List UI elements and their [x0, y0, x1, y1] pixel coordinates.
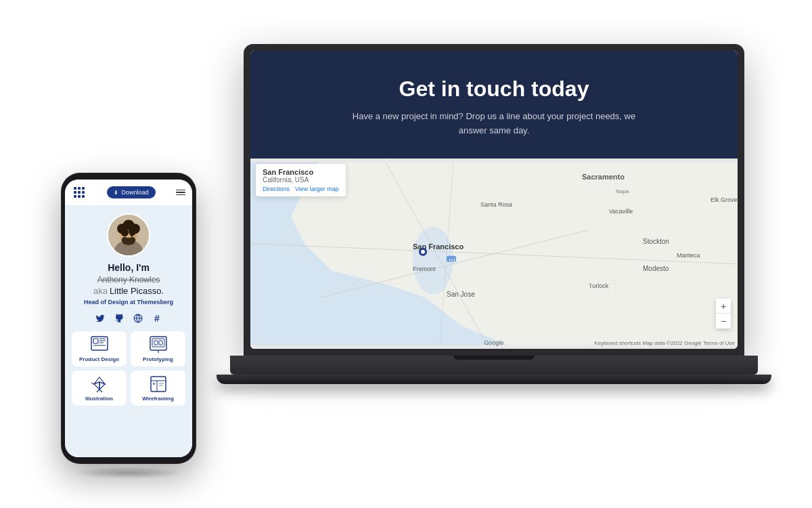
social-links: # — [94, 312, 163, 324]
map-popup: San Francisco California, USA Directions… — [256, 164, 346, 196]
name-crossed-text: Anthony Knowles — [97, 274, 160, 284]
svg-point-41 — [129, 237, 135, 243]
product-design-label: Product Design — [79, 356, 119, 362]
map-city: San Francisco — [263, 168, 339, 176]
skill-wireframing[interactable]: Wireframing — [131, 371, 185, 406]
svg-rect-46 — [93, 345, 106, 346]
avatar — [107, 213, 150, 257]
svg-text:Vacaville: Vacaville — [609, 207, 633, 214]
svg-text:Manteca: Manteca — [677, 251, 700, 258]
laptop-foot — [217, 375, 771, 384]
laptop-screen: Get in touch today Have a new project in… — [250, 51, 738, 349]
svg-rect-45 — [93, 339, 98, 343]
title-prefix: Head of Design at — [84, 299, 135, 305]
svg-text:Turlock: Turlock — [589, 282, 609, 289]
svg-text:Sacramento: Sacramento — [582, 172, 625, 180]
skill-illustration[interactable]: Illustration — [72, 371, 127, 406]
github-icon[interactable] — [113, 312, 125, 324]
map-zoom-out-button[interactable]: − — [716, 314, 731, 329]
map-zoom-controls[interactable]: + − — [716, 299, 731, 329]
map-directions-link[interactable]: Directions — [263, 186, 290, 192]
map-larger-link[interactable]: View larger map — [295, 186, 339, 192]
phone-body: Download — [61, 173, 196, 464]
phone-device: Download — [61, 173, 196, 471]
svg-text:Santa Rosa: Santa Rosa — [480, 200, 512, 207]
svg-rect-52 — [154, 341, 158, 345]
aka-text: akaLittle Picasso. — [93, 286, 164, 296]
svg-rect-64 — [153, 383, 155, 385]
skills-grid: Product Design — [72, 331, 185, 366]
svg-text:Modesto: Modesto — [643, 264, 669, 272]
map-google-label: Google — [484, 339, 503, 346]
nickname-text: Little Picasso. — [110, 286, 164, 296]
twitter-icon[interactable] — [94, 312, 106, 324]
hashtag-icon[interactable]: # — [151, 312, 163, 324]
greeting-text: Hello, I'm — [108, 262, 150, 273]
laptop-device: Get in touch today Have a new project in… — [244, 44, 758, 423]
laptop-header: Get in touch today Have a new project in… — [250, 51, 738, 158]
map-state: California, USA — [263, 176, 339, 184]
page-subtitle: Have a new project in mind? Drop us a li… — [352, 110, 636, 138]
map-zoom-in-button[interactable]: + — [716, 299, 731, 314]
svg-text:San Jose: San Jose — [447, 290, 475, 297]
illustration-label: Illustration — [85, 396, 113, 402]
laptop-notch — [453, 356, 535, 360]
prototyping-label: Prototyping — [143, 356, 173, 362]
phone-topbar: Download — [65, 179, 192, 205]
map-attribution: Keyboard shortcuts Map data ©2022 Google… — [594, 340, 735, 346]
map-container: Sacramento Santa Rosa Vacaville Elk Grov… — [250, 158, 738, 349]
svg-point-20 — [421, 249, 425, 253]
hamburger-menu-icon[interactable] — [176, 190, 185, 196]
scene: Get in touch today Have a new project in… — [34, 24, 778, 484]
svg-text:Stockton: Stockton — [643, 237, 669, 245]
svg-text:101: 101 — [449, 257, 456, 261]
page-title: Get in touch today — [277, 77, 710, 102]
svg-point-38 — [131, 234, 133, 237]
wireframing-icon — [149, 375, 168, 394]
svg-point-37 — [124, 234, 127, 237]
aka-label: aka — [93, 286, 108, 296]
skill-prototyping[interactable]: Prototyping — [131, 331, 185, 366]
download-button[interactable]: Download — [107, 186, 155, 198]
svg-line-59 — [97, 389, 99, 392]
svg-text:Elk Grove: Elk Grove — [710, 196, 738, 203]
svg-line-60 — [91, 383, 94, 384]
svg-text:Fremont: Fremont — [413, 265, 436, 272]
product-design-icon — [90, 335, 109, 354]
phone-content: Hello, I'm Anthony Knowles akaLittle Pic… — [65, 205, 192, 457]
svg-point-40 — [122, 237, 128, 243]
illustration-icon — [90, 375, 109, 394]
wireframing-label: Wireframing — [142, 396, 174, 402]
svg-text:Napa: Napa — [616, 188, 629, 194]
app-logo — [72, 185, 87, 200]
skill-product-design[interactable]: Product Design — [72, 331, 127, 366]
logo-grid — [74, 187, 85, 198]
phone-shadow — [74, 467, 183, 479]
svg-line-58 — [99, 389, 102, 392]
phone-screen: Download — [65, 179, 192, 457]
job-title: Head of Design at Themesberg — [84, 299, 173, 305]
skills-grid-2: Illustration — [72, 371, 185, 406]
company-name: Themesberg — [137, 299, 174, 305]
crossed-name: Anthony Knowles — [97, 275, 160, 284]
prototyping-icon — [149, 335, 168, 354]
laptop-base — [230, 356, 758, 375]
svg-rect-53 — [159, 341, 162, 345]
globe-icon[interactable] — [132, 312, 144, 324]
laptop-body: Get in touch today Have a new project in… — [244, 44, 744, 356]
